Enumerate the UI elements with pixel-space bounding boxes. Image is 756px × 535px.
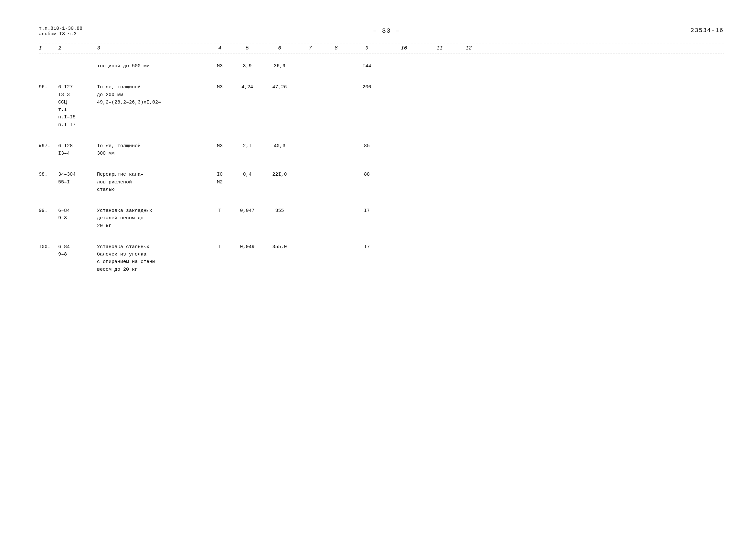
row-1-col-4: М3 (207, 62, 233, 70)
col-num-3: 3 (97, 45, 100, 51)
table-row: к97.6–I28I3–4То же, толщиной300 ммМ32,I4… (39, 136, 724, 161)
row-6-col-6: 355,0 (262, 243, 297, 251)
header: т.п.810-1-30.88 альбом I3 ч.3 – 33 – 235… (39, 26, 724, 37)
row-2-col-3: То же, толщинойдо 200 мм49,2–(28,2–26,3)… (97, 83, 207, 106)
row-3-col-1: к97. (39, 142, 58, 150)
row-1-col-3: толщиной до 500 мм (97, 62, 207, 70)
row-3-col-6: 40,3 (262, 142, 297, 150)
row-4-col-9: 88 (349, 171, 385, 178)
col-num-8: 8 (335, 45, 338, 51)
col-header-4: 4 (207, 45, 233, 51)
col-header-6: 6 (262, 45, 297, 51)
row-4-col-2: 34–30455–I (58, 171, 97, 186)
table-row: 99.6–849–8Установка закладныхдеталей вес… (39, 201, 724, 233)
col-num-10: I0 (401, 45, 407, 51)
row-6-col-1: I00. (39, 243, 58, 251)
header-left-line1: т.п.810-1-30.88 (39, 26, 82, 31)
col-num-12: I2 (466, 45, 472, 51)
col-header-5: 5 (233, 45, 262, 51)
page: т.п.810-1-30.88 альбом I3 ч.3 – 33 – 235… (0, 0, 756, 535)
row-6-col-4: Т (207, 243, 233, 251)
col-num-5: 5 (246, 45, 249, 51)
col-num-9: 9 (365, 45, 368, 51)
row-2-col-4: М3 (207, 83, 233, 91)
col-header-2: 2 (58, 45, 97, 51)
col-header-11: II (423, 45, 456, 51)
table-row: толщиной до 500 ммМ33,936,9I44 (39, 57, 724, 73)
row-2-col-6: 47,26 (262, 83, 297, 91)
row-2-col-1: 96. (39, 83, 58, 91)
row-3-col-2: 6–I28I3–4 (58, 142, 97, 157)
row-6-col-9: I7 (349, 243, 385, 251)
row-2-col-9: 200 (349, 83, 385, 91)
row-5-col-1: 99. (39, 207, 58, 214)
col-num-11: II (436, 45, 443, 51)
row-4-col-3: Перекрытие кана–лов рифленойсталью (97, 171, 207, 193)
row-5-col-3: Установка закладныхдеталей весом до20 кг (97, 207, 207, 230)
row-3-col-3: То же, толщиной300 мм (97, 142, 207, 157)
col-num-2: 2 (58, 45, 62, 51)
row-6-col-3: Установка стальныхбалочек из уголкас опи… (97, 243, 207, 273)
row-6-col-2: 6–849–8 (58, 243, 97, 259)
col-header-12: I2 (456, 45, 482, 51)
table-body: толщиной до 500 ммМ33,936,9I4496.6–I27I3… (39, 57, 724, 276)
col-header-8: 8 (323, 45, 349, 51)
row-5-col-5: 0,047 (233, 207, 262, 214)
row-3-col-4: М3 (207, 142, 233, 150)
row-5-col-9: I7 (349, 207, 385, 214)
row-2-col-2: 6–I27I3–3ССЦт.Iп.I–I5п.I–I7 (58, 83, 97, 129)
table-row: 96.6–I27I3–3ССЦт.Iп.I–I5п.I–I7То же, тол… (39, 78, 724, 132)
header-center: – 33 – (373, 27, 400, 35)
table-row: 98.34–30455–IПерекрытие кана–лов рифлено… (39, 165, 724, 197)
row-2-col-5: 4,24 (233, 83, 262, 91)
header-right: 23534-16 (691, 27, 724, 34)
col-header-9: 9 (349, 45, 385, 51)
row-3-col-9: 85 (349, 142, 385, 150)
col-header-7: 7 (297, 45, 323, 51)
row-5-col-4: Т (207, 207, 233, 214)
row-4-col-1: 98. (39, 171, 58, 178)
col-header-1: I (39, 45, 58, 51)
header-left: т.п.810-1-30.88 альбом I3 ч.3 (39, 26, 82, 37)
col-header-10: I0 (385, 45, 423, 51)
row-4-col-6: 22I,0 (262, 171, 297, 178)
row-5-col-2: 6–849–8 (58, 207, 97, 222)
col-num-6: 6 (278, 45, 281, 51)
row-3-col-5: 2,I (233, 142, 262, 150)
table-row: I00.6–849–8Установка стальныхбалочек из … (39, 238, 724, 276)
row-1-col-5: 3,9 (233, 62, 262, 70)
row-6-col-5: 0,049 (233, 243, 262, 251)
row-5-col-6: 355 (262, 207, 297, 214)
row-4-col-5: 0,4 (233, 171, 262, 178)
col-header-3: 3 (97, 45, 207, 51)
row-1-col-9: I44 (349, 62, 385, 70)
row-1-col-6: 36,9 (262, 62, 297, 70)
col-num-4: 4 (218, 45, 221, 51)
column-headers: I 2 3 4 5 6 7 8 9 I0 II (39, 43, 724, 53)
row-4-col-4: I0М2 (207, 171, 233, 186)
header-left-line2: альбом I3 ч.3 (39, 31, 82, 37)
col-num-7: 7 (309, 45, 312, 51)
col-num-1: I (39, 45, 42, 51)
